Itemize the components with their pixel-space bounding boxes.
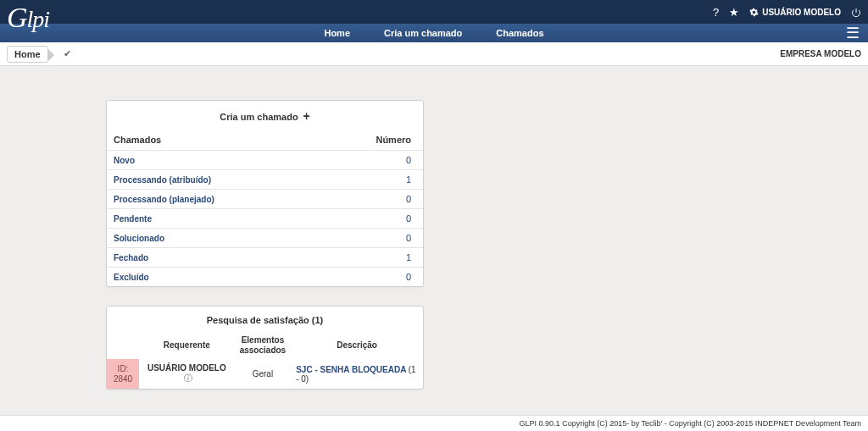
create-ticket-title[interactable]: Cria um chamado + xyxy=(107,101,423,130)
col-elements: Elementosassociados xyxy=(235,332,291,359)
nav-tickets[interactable]: Chamados xyxy=(496,28,543,38)
user-menu[interactable]: USUÁRIO MODELO xyxy=(749,8,841,17)
logo[interactable]: Glpi xyxy=(7,2,49,34)
survey-title: Pesquisa de satisfação (1) xyxy=(107,307,423,332)
nav-home[interactable]: Home xyxy=(324,28,350,38)
table-row: Fechado1 xyxy=(107,248,423,268)
ticket-status-table: Chamados Número Novo0 Processando (atrib… xyxy=(107,130,423,286)
company-name: EMPRESA MODELO xyxy=(780,49,861,58)
table-row: Solucionado0 xyxy=(107,229,423,248)
status-processing-assigned[interactable]: Processando (atribuído) xyxy=(114,175,211,185)
create-ticket-panel: Cria um chamado + Chamados Número Novo0 … xyxy=(106,100,424,287)
status-closed[interactable]: Fechado xyxy=(114,253,148,262)
table-row: Excluído0 xyxy=(107,268,423,287)
logout-icon[interactable] xyxy=(851,6,861,19)
requester-cell: USUÁRIO MODELO ⓘ xyxy=(139,359,235,389)
status-deleted[interactable]: Excluído xyxy=(114,273,149,282)
col-description: Descrição xyxy=(291,332,423,359)
gear-icon xyxy=(749,8,759,17)
user-label: USUÁRIO MODELO xyxy=(762,8,841,17)
table-row: Novo0 xyxy=(107,151,423,170)
hamburger-icon[interactable]: ☰ xyxy=(846,24,860,42)
col-id xyxy=(107,332,139,359)
topbar: ? ★ USUÁRIO MODELO xyxy=(0,0,868,24)
survey-table: Requerente Elementosassociados Descrição… xyxy=(107,332,423,389)
validation-icon[interactable]: ✔ xyxy=(64,48,71,59)
status-solved[interactable]: Solucionado xyxy=(114,234,164,243)
elements-cell: Geral xyxy=(235,359,291,389)
description-cell: SJC - SENHA BLOQUEADA (1 - 0) xyxy=(291,359,423,389)
table-row: Pendente0 xyxy=(107,209,423,229)
star-icon[interactable]: ★ xyxy=(729,6,739,19)
col-requester: Requerente xyxy=(139,332,235,359)
status-processing-planned[interactable]: Processando (planejado) xyxy=(114,195,214,204)
survey-row: ID:2840 USUÁRIO MODELO ⓘ Geral SJC - SEN… xyxy=(107,359,423,389)
col-tickets: Chamados xyxy=(107,130,322,151)
breadcrumb-home[interactable]: Home xyxy=(7,46,48,63)
footer: GLPI 0.90.1 Copyright (C) 2015- by Tecli… xyxy=(0,415,868,431)
footer-text: GLPI 0.90.1 Copyright (C) 2015- by Tecli… xyxy=(520,419,861,428)
status-pending[interactable]: Pendente xyxy=(114,214,152,224)
table-row: Processando (atribuído)1 xyxy=(107,170,423,190)
help-icon[interactable]: ? xyxy=(713,6,719,19)
info-icon[interactable]: ⓘ xyxy=(184,373,192,383)
table-row: Processando (planejado)0 xyxy=(107,190,423,209)
breadcrumb-bar: Home ✔ EMPRESA MODELO xyxy=(0,42,868,66)
survey-panel: Pesquisa de satisfação (1) Requerente El… xyxy=(106,306,424,390)
ticket-id[interactable]: ID:2840 xyxy=(107,359,139,389)
ticket-link[interactable]: SJC - SENHA BLOQUEADA (1 - 0) xyxy=(296,365,418,384)
nav-create-ticket[interactable]: Cria um chamado xyxy=(384,28,462,38)
col-number: Número xyxy=(322,130,423,151)
navbar: Glpi Home Cria um chamado Chamados ☰ xyxy=(0,24,868,42)
content-area: Cria um chamado + Chamados Número Novo0 … xyxy=(0,66,868,431)
plus-icon: + xyxy=(300,109,310,123)
status-new[interactable]: Novo xyxy=(114,156,135,165)
main-menu: Home Cria um chamado Chamados xyxy=(324,28,543,38)
